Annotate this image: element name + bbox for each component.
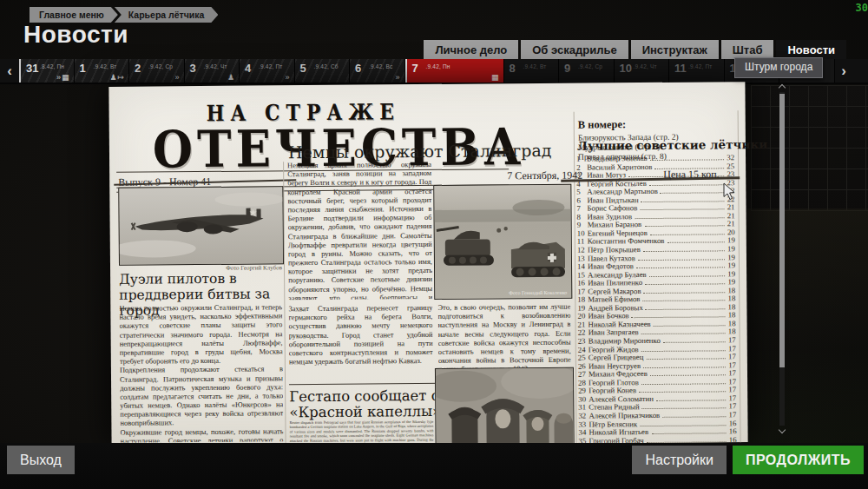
aces-list: 1 Владимир Зеленёв 32 2 Василий Харитоно…: [576, 153, 737, 445]
timeline-day[interactable]: 6 .9.42, Вс »: [350, 59, 405, 83]
ace-score: 17: [728, 344, 736, 353]
timeline-day[interactable]: 9 .9.42, Ср: [559, 59, 615, 83]
scrollbar-thumb[interactable]: [779, 94, 785, 367]
timeline-day[interactable]: 31 .8.42, Пн »▦: [19, 59, 75, 83]
day-number: 6: [355, 62, 361, 75]
ace-score: 17: [728, 393, 736, 402]
ace-score: 17: [728, 335, 736, 344]
scroll-up-icon[interactable]: [779, 84, 786, 91]
tab[interactable]: Штаб: [721, 40, 774, 59]
dotted-leader: [646, 308, 726, 310]
tab[interactable]: Инструктаж: [631, 40, 719, 59]
dotted-leader: [662, 416, 726, 418]
day-number: 7: [412, 62, 418, 75]
continue-button[interactable]: ПРОДОЛЖИТЬ: [733, 446, 864, 474]
dotted-leader: [646, 358, 726, 360]
day-date-label: .9.42, Вт: [94, 63, 117, 69]
price-line: Цена 15 коп.: [663, 168, 720, 182]
lead-article-body: Немецкая армия полностью окружила Сталин…: [287, 160, 432, 300]
timeline-day[interactable]: 11 .9.42, Пт: [669, 59, 725, 83]
dotted-leader: [642, 408, 727, 410]
breadcrumb-item[interactable]: Карьера лётчика: [115, 7, 219, 23]
ace-score: 17: [728, 402, 736, 411]
footer-bar: Выход Настройки ПРОДОЛЖИТЬ: [0, 443, 868, 489]
dotted-leader: [649, 275, 726, 277]
day-icons: ♟↦: [109, 73, 125, 82]
plane-photo: [118, 186, 284, 265]
background-scene: [746, 208, 868, 443]
day-date-label: .8.42, Пн: [40, 63, 64, 69]
day-icons: »: [174, 73, 180, 82]
dotted-leader: [643, 367, 726, 368]
dotted-leader: [644, 292, 726, 294]
ace-score: 17: [728, 386, 736, 394]
timeline-day[interactable]: 3 .9.42, Чт ♟: [185, 59, 240, 83]
timeline-day[interactable]: 10 .9.42, Чт: [615, 59, 670, 83]
left-article-body: Немцы полностью окружили Сталинград, и т…: [119, 302, 283, 442]
ace-score: 18: [728, 319, 736, 327]
ace-score: 16: [729, 426, 737, 435]
dotted-leader: [636, 267, 725, 268]
timeline-day[interactable]: 7 .9.42, Пн ▦: [405, 59, 504, 83]
ace-score: 17: [728, 360, 736, 369]
page-title: Новости: [23, 21, 128, 49]
day-icons: »: [395, 73, 400, 82]
ace-score: 17: [728, 352, 736, 360]
photo-credit: Фото Геннадий Коваленко: [509, 290, 567, 296]
timeline-next-arrow[interactable]: ›: [834, 59, 853, 83]
exit-button[interactable]: Выход: [7, 446, 75, 474]
dotted-leader: [641, 383, 726, 385]
paragraph: Немцы полностью окружили Сталинград, и т…: [119, 302, 282, 366]
timeline-day[interactable]: 2 .9.42, Ср »: [129, 59, 185, 83]
day-number: 1: [80, 62, 86, 75]
dotted-leader: [635, 217, 725, 219]
dotted-leader: [667, 242, 725, 244]
day-date-label: .9.42, Вт: [523, 63, 547, 69]
day-icons: »▦: [56, 73, 70, 82]
toc-title: В номере:: [578, 118, 627, 131]
day-date-label: .9.42, Чт: [204, 63, 227, 69]
dotted-leader: [641, 350, 726, 352]
day-number: 31: [26, 62, 38, 75]
career-news-screen: Главное менюКарьера лётчика Новости Личн…: [0, 0, 868, 489]
dotted-leader: [644, 226, 725, 228]
lead-headline: Немцы окружают Сталинград: [288, 140, 601, 162]
day-date-label: .9.42, Чт: [634, 63, 657, 69]
day-number: 11: [674, 62, 687, 75]
timeline-day[interactable]: 4 .9.42, Пт »: [240, 59, 295, 83]
timeline-days: 31 .8.42, Пн »▦ 1 .9.42, Вт ♟↦ 2 .9.42, …: [19, 59, 835, 83]
tanks-photo: Фото Геннадий Коваленко: [433, 184, 572, 300]
day-date-label: .9.42, Сб: [314, 63, 339, 69]
dotted-leader: [663, 341, 726, 343]
day-icons: »: [285, 73, 290, 82]
timeline-day[interactable]: 8 .9.42, Вт: [504, 59, 560, 83]
dotted-leader: [641, 334, 726, 335]
hangar-window-backdrop: [751, 85, 868, 211]
day-date-label: .9.42, Ср: [578, 63, 602, 69]
tab[interactable]: Новости: [776, 40, 846, 59]
day-number: 4: [245, 62, 251, 75]
dotted-leader: [641, 201, 725, 202]
dotted-leader: [643, 301, 726, 302]
day-number: 3: [190, 62, 196, 75]
day-number: 2: [135, 62, 141, 75]
day-date-label: .9.42, Пт: [688, 63, 713, 69]
mission-tooltip: Штурм города: [734, 57, 823, 78]
dotted-leader: [651, 433, 727, 434]
tab[interactable]: Личное дело: [424, 40, 518, 59]
settings-button[interactable]: Настройки: [632, 446, 726, 474]
scroll-down-icon[interactable]: [779, 426, 786, 433]
tab[interactable]: Об эскадрилье: [521, 40, 628, 59]
day-number: 10: [620, 62, 632, 75]
day-icons: ▦: [491, 73, 500, 82]
timeline-day[interactable]: 5 .9.42, Сб: [295, 59, 351, 83]
timeline-prev-arrow[interactable]: ‹: [0, 59, 19, 83]
paragraph: Окружившие город немцы, похоже, готовы н…: [120, 426, 283, 443]
dotted-leader: [643, 250, 725, 252]
aces-list-title: Лучшие советские лётчики: [577, 137, 767, 153]
dotted-leader: [632, 317, 726, 319]
timeline-day[interactable]: 1 .9.42, Вт ♟↦: [75, 59, 130, 83]
ace-score: 18: [728, 327, 736, 336]
ace-score: 18: [728, 311, 736, 320]
dotted-leader: [640, 209, 724, 211]
